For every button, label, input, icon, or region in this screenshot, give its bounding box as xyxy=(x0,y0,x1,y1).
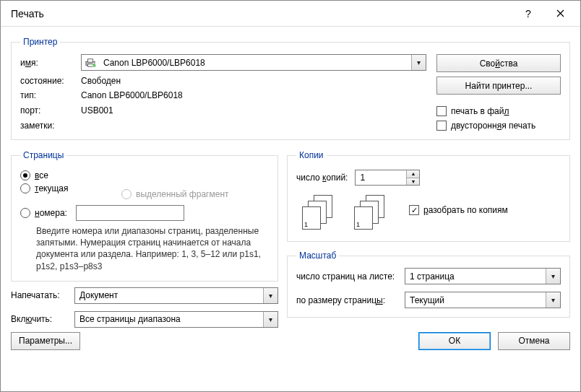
checkbox-box xyxy=(436,106,447,116)
pages-group: Страницы все текущая xyxy=(11,150,278,282)
radio-dot xyxy=(121,189,132,199)
radio-dot xyxy=(20,170,30,180)
close-icon xyxy=(556,9,564,17)
printer-name-value: Canon LBP6000/LBP6018 xyxy=(99,58,411,68)
printer-port-value: USB001 xyxy=(81,105,426,116)
checkbox-box: ✓ xyxy=(409,205,419,215)
copies-group: Копии число копий: 1 ▲ ▼ xyxy=(287,150,570,242)
scale-legend: Масштаб xyxy=(296,251,339,261)
pages-numbers-radio[interactable]: номера: xyxy=(20,205,269,221)
window-title: Печать xyxy=(11,8,512,19)
svg-rect-1 xyxy=(88,59,93,62)
copies-count-stepper[interactable]: 1 ▲ ▼ xyxy=(355,170,420,186)
ok-button[interactable]: ОК xyxy=(418,332,491,350)
fit-page-label: по размеру страницы: xyxy=(296,295,405,305)
step-up[interactable]: ▲ xyxy=(407,170,419,178)
copies-count-label: число копий: xyxy=(296,173,348,183)
pages-current-radio[interactable]: текущая xyxy=(20,183,121,193)
radio-dot xyxy=(20,208,30,218)
collate-checkbox[interactable]: ✓ разобрать по копиям xyxy=(409,205,508,215)
printer-type-value: Canon LBP6000/LBP6018 xyxy=(81,90,426,100)
pages-legend: Страницы xyxy=(20,150,66,160)
printer-name-select[interactable]: Canon LBP6000/LBP6018 ▾ xyxy=(81,54,426,71)
printer-port-label: порт: xyxy=(20,105,77,116)
pages-selection-radio: выделенный фрагмент xyxy=(121,189,269,199)
dropdown-button[interactable]: ▾ xyxy=(263,312,277,327)
properties-button[interactable]: Свойства xyxy=(436,54,561,72)
scale-group: Масштаб число страниц на листе: 1 страни… xyxy=(287,251,570,318)
print-what-label: Напечатать: xyxy=(11,290,74,300)
printer-icon xyxy=(82,58,99,68)
print-to-file-checkbox[interactable]: печать в файл xyxy=(436,106,561,116)
include-select[interactable]: Все страницы диапазона ▾ xyxy=(74,311,278,328)
include-label: Включить: xyxy=(11,314,74,324)
printer-state-label: состояние: xyxy=(20,76,77,86)
pages-hint: Введите номера или диапазоны страниц, ра… xyxy=(20,225,269,272)
fit-page-select[interactable]: Текущий ▾ xyxy=(405,292,561,308)
pages-all-radio[interactable]: все xyxy=(20,170,121,180)
dropdown-button[interactable]: ▾ xyxy=(546,269,560,284)
find-printer-button[interactable]: Найти принтер... xyxy=(436,77,561,95)
collate-graphic: 3 2 1 3 2 1 xyxy=(302,195,389,230)
checkbox-box xyxy=(436,121,447,131)
printer-state-value: Свободен xyxy=(81,76,426,86)
dropdown-button[interactable]: ▾ xyxy=(411,55,426,70)
printer-legend: Принтер xyxy=(20,37,60,47)
step-down[interactable]: ▼ xyxy=(407,178,419,186)
printer-group: Принтер имя: Canon LBP6000/LBP6018 ▾ Сво… xyxy=(11,37,570,140)
pages-per-sheet-select[interactable]: 1 страница ▾ xyxy=(405,268,561,284)
duplex-checkbox[interactable]: двусторонняя печать xyxy=(436,121,561,131)
printer-notes-label: заметки: xyxy=(20,121,77,131)
printer-name-label: имя: xyxy=(20,58,77,68)
print-dialog: Печать ? Принтер имя: Canon LBP6000/LBP6… xyxy=(0,0,581,392)
help-button[interactable]: ? xyxy=(512,3,544,25)
dialog-body: Принтер имя: Canon LBP6000/LBP6018 ▾ Сво… xyxy=(1,27,580,391)
cancel-button[interactable]: Отмена xyxy=(498,332,570,350)
copies-legend: Копии xyxy=(296,150,327,160)
printer-type-label: тип: xyxy=(20,90,77,100)
dropdown-button[interactable]: ▾ xyxy=(263,288,277,303)
pages-per-sheet-label: число страниц на листе: xyxy=(296,271,405,282)
titlebar: Печать ? xyxy=(1,1,580,27)
close-button[interactable] xyxy=(544,3,576,25)
radio-dot xyxy=(20,183,30,193)
options-button[interactable]: Параметры... xyxy=(11,332,80,350)
dropdown-button[interactable]: ▾ xyxy=(546,292,560,308)
print-what-select[interactable]: Документ ▾ xyxy=(74,287,278,304)
pages-numbers-input[interactable] xyxy=(76,205,184,221)
